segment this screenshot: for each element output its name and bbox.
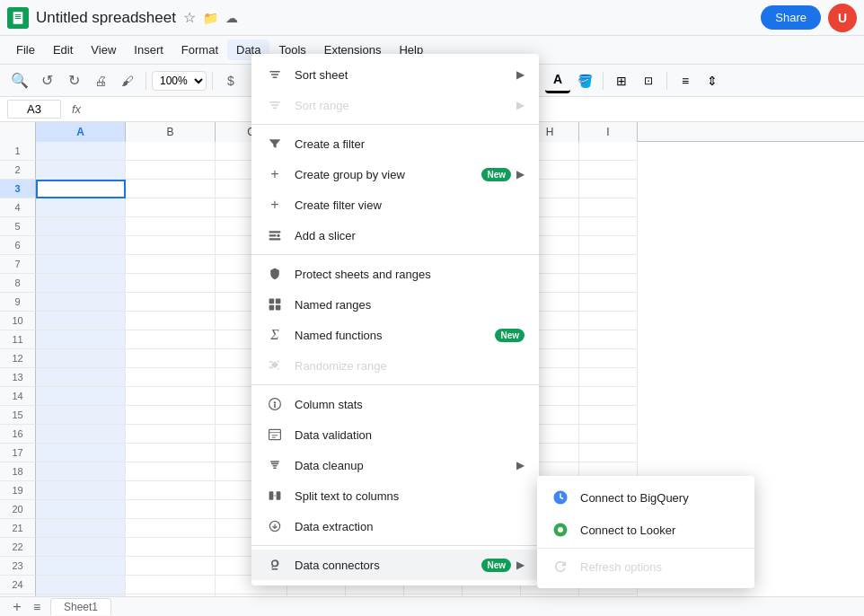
- paint-format-button[interactable]: 🖌: [115, 68, 140, 93]
- table-cell[interactable]: [36, 217, 126, 236]
- table-cell[interactable]: [126, 312, 216, 330]
- table-cell[interactable]: [36, 255, 126, 274]
- fill-color-button[interactable]: 🪣: [572, 68, 597, 93]
- table-cell[interactable]: [579, 349, 638, 368]
- table-cell[interactable]: [36, 330, 126, 349]
- table-cell[interactable]: [36, 406, 126, 425]
- menu-option-data-connectors[interactable]: Data connectors New ▶: [251, 550, 539, 580]
- table-cell[interactable]: [579, 312, 638, 330]
- menu-edit[interactable]: Edit: [44, 40, 82, 60]
- data-connectors-submenu[interactable]: Connect to BigQuery Connect to Looker Re…: [537, 476, 754, 588]
- table-cell[interactable]: [579, 180, 638, 198]
- table-cell[interactable]: [126, 368, 216, 387]
- row-number[interactable]: 14: [0, 387, 36, 406]
- table-cell[interactable]: [126, 236, 216, 255]
- row-number[interactable]: 22: [0, 538, 36, 557]
- menu-view[interactable]: View: [82, 40, 125, 60]
- row-number[interactable]: 23: [0, 557, 36, 576]
- row-number[interactable]: 7: [0, 255, 36, 274]
- search-button[interactable]: 🔍: [7, 68, 32, 93]
- sheet-tab-sheet1[interactable]: Sheet1: [50, 598, 111, 615]
- col-header-i[interactable]: I: [579, 122, 638, 142]
- menu-option-randomize[interactable]: Randomize range: [251, 350, 539, 381]
- menu-option-named-ranges[interactable]: Named ranges: [251, 289, 539, 320]
- table-cell[interactable]: [126, 217, 216, 236]
- row-number[interactable]: 24: [0, 576, 36, 594]
- row-number[interactable]: 9: [0, 293, 36, 312]
- table-cell[interactable]: [36, 576, 126, 594]
- zoom-select[interactable]: 100%: [152, 71, 207, 91]
- menu-option-data-validation[interactable]: Data validation: [251, 419, 539, 450]
- table-cell[interactable]: [126, 425, 216, 444]
- table-cell[interactable]: [126, 255, 216, 274]
- table-cell[interactable]: [579, 255, 638, 274]
- sheets-menu-button[interactable]: ≡: [27, 599, 47, 615]
- data-dropdown-menu[interactable]: Sort sheet ▶ Sort range ▶ Create a filte…: [251, 54, 539, 585]
- table-cell[interactable]: [126, 557, 216, 576]
- menu-option-protect[interactable]: Protect sheets and ranges: [251, 259, 539, 289]
- user-avatar[interactable]: U: [828, 4, 857, 32]
- merge-button[interactable]: ⊡: [636, 68, 661, 93]
- menu-option-data-cleanup[interactable]: Data cleanup ▶: [251, 450, 539, 480]
- menu-option-create-filter[interactable]: Create a filter: [251, 128, 539, 159]
- table-cell[interactable]: [579, 161, 638, 180]
- currency-button[interactable]: $: [218, 68, 243, 93]
- table-cell[interactable]: [36, 538, 126, 557]
- table-cell[interactable]: [36, 368, 126, 387]
- table-cell[interactable]: [36, 198, 126, 217]
- table-cell[interactable]: [579, 425, 638, 444]
- table-cell[interactable]: [579, 444, 638, 462]
- table-cell[interactable]: [126, 330, 216, 349]
- row-number[interactable]: 17: [0, 444, 36, 462]
- row-number[interactable]: 3: [0, 180, 36, 198]
- menu-insert[interactable]: Insert: [125, 40, 172, 60]
- table-cell[interactable]: [579, 387, 638, 406]
- row-number[interactable]: 8: [0, 274, 36, 293]
- table-cell[interactable]: [36, 425, 126, 444]
- cell-ref-input[interactable]: [7, 100, 61, 119]
- row-number[interactable]: 13: [0, 368, 36, 387]
- table-cell[interactable]: [126, 500, 216, 519]
- valign-button[interactable]: ⇕: [700, 68, 725, 93]
- table-cell[interactable]: [579, 368, 638, 387]
- print-button[interactable]: 🖨: [88, 68, 113, 93]
- table-cell[interactable]: [36, 293, 126, 312]
- row-number[interactable]: 20: [0, 500, 36, 519]
- table-cell[interactable]: [126, 406, 216, 425]
- table-cell[interactable]: [579, 330, 638, 349]
- table-cell[interactable]: [126, 180, 216, 198]
- menu-option-create-filter-view[interactable]: + Create filter view: [251, 189, 539, 220]
- row-number[interactable]: 2: [0, 161, 36, 180]
- table-cell[interactable]: [126, 293, 216, 312]
- col-header-a[interactable]: A: [36, 122, 126, 142]
- row-number[interactable]: 12: [0, 349, 36, 368]
- row-number[interactable]: 16: [0, 425, 36, 444]
- row-number[interactable]: 1: [0, 142, 36, 161]
- row-number[interactable]: 11: [0, 330, 36, 349]
- menu-option-sort-range[interactable]: Sort range ▶: [251, 90, 539, 120]
- menu-option-split-text[interactable]: Split text to columns: [251, 480, 539, 511]
- table-cell[interactable]: [126, 444, 216, 462]
- table-cell[interactable]: [126, 198, 216, 217]
- table-cell[interactable]: [126, 387, 216, 406]
- menu-option-column-stats[interactable]: Column stats: [251, 389, 539, 419]
- table-cell[interactable]: [36, 312, 126, 330]
- table-cell[interactable]: [579, 406, 638, 425]
- submenu-connect-bigquery[interactable]: Connect to BigQuery: [537, 481, 754, 514]
- table-cell[interactable]: [36, 142, 126, 161]
- table-cell[interactable]: [126, 576, 216, 594]
- row-number[interactable]: 5: [0, 217, 36, 236]
- menu-option-create-group-view[interactable]: + Create group by view New ▶: [251, 159, 539, 189]
- table-cell[interactable]: [36, 180, 126, 198]
- table-cell[interactable]: [36, 387, 126, 406]
- menu-option-sort-sheet[interactable]: Sort sheet ▶: [251, 59, 539, 90]
- table-cell[interactable]: [579, 217, 638, 236]
- menu-option-named-functions[interactable]: Σ Named functions New: [251, 320, 539, 350]
- table-cell[interactable]: [579, 142, 638, 161]
- share-button[interactable]: Share: [761, 5, 821, 30]
- table-cell[interactable]: [36, 236, 126, 255]
- row-number[interactable]: 21: [0, 519, 36, 538]
- table-cell[interactable]: [579, 198, 638, 217]
- table-cell[interactable]: [126, 481, 216, 500]
- table-cell[interactable]: [126, 349, 216, 368]
